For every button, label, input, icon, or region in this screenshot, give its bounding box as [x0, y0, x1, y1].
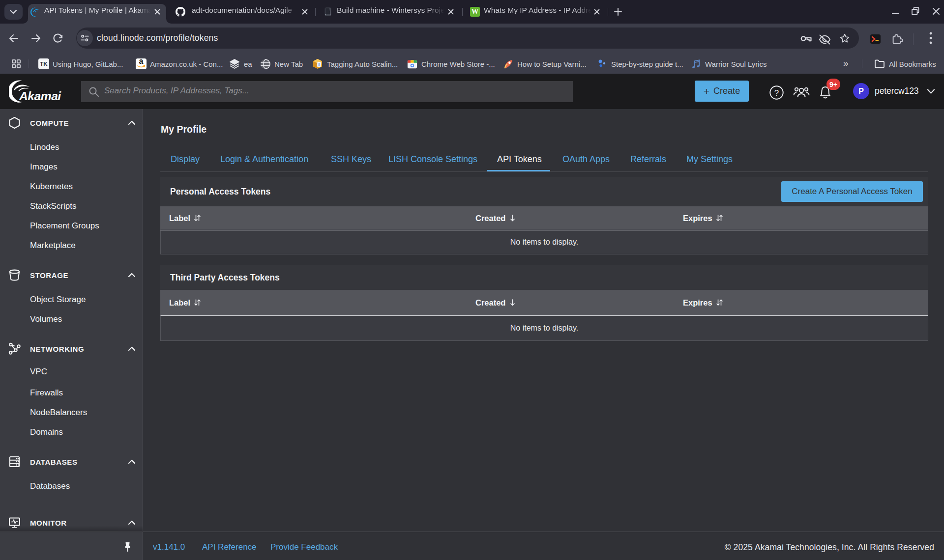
svg-text:?: ? [774, 88, 779, 98]
svg-text:Akamai: Akamai [19, 89, 61, 103]
